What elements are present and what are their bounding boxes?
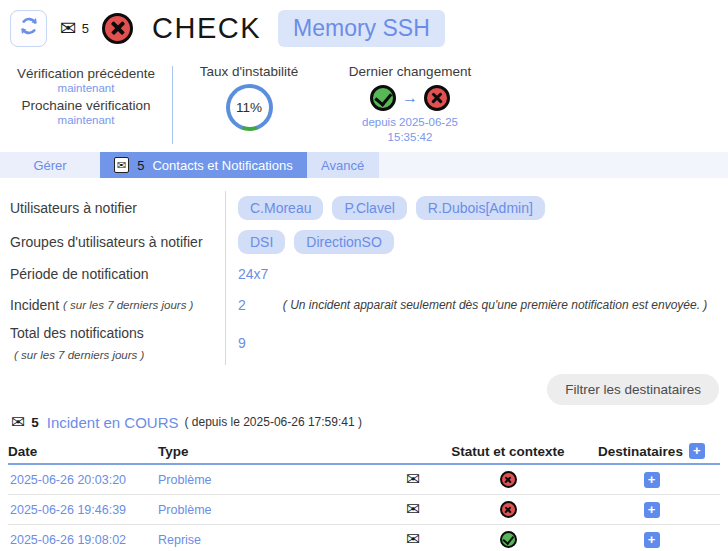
tab-badge: 5 (137, 158, 144, 173)
next-check-label: Prochaine vérification (21, 98, 150, 113)
last-change-column: Dernier changement → depuis 2025-06-25 1… (325, 64, 495, 152)
user-chip[interactable]: R.Dubois[Admin] (416, 196, 545, 220)
check-name-badge[interactable]: Memory SSH (278, 10, 445, 47)
incident-date[interactable]: 2025-06-26 20:03:20 (8, 473, 158, 487)
users-to-notify-chips: C.Moreau P.Clavel R.Dubois[Admin] (226, 196, 728, 220)
mail-icon: ✉ (11, 414, 25, 431)
tab-contacts-notifications[interactable]: ✉ 5 Contacts et Notifications (100, 152, 307, 178)
since-date: depuis 2025-06-25 (362, 115, 458, 130)
last-change-since: depuis 2025-06-25 15:35:42 (362, 115, 458, 145)
notification-settings: Utilisateurs à notifier C.Moreau P.Clave… (0, 178, 728, 365)
notification-period-value: 24x7 (238, 266, 268, 282)
add-recipient-icon[interactable]: + (689, 443, 705, 459)
stats-strip: Vérification précédente maintenant Proch… (0, 56, 728, 152)
incident-count-row: Incident ( sur les 7 derniers jours ) 2 … (0, 289, 728, 321)
total-notifications-value: 9 (238, 335, 246, 351)
incident-note: ( Un incident apparait seulement dès qu'… (283, 298, 708, 312)
incident-status-icon (500, 501, 517, 518)
notification-period-label: Période de notification (0, 259, 226, 289)
incident-status-icon (500, 471, 517, 488)
last-change-label: Dernier changement (349, 64, 471, 79)
instability-value: 11% (230, 88, 269, 127)
arrow-right-icon: → (402, 89, 418, 107)
incident-count-value: 2 (238, 297, 246, 313)
col-type: Type (158, 444, 393, 459)
incident-type[interactable]: Problème (158, 503, 393, 517)
incident-type[interactable]: Problème (158, 473, 393, 487)
incident-row: 2025-06-26 20:03:20 Problème ✉ + (8, 465, 720, 495)
filter-recipients-button[interactable]: Filtrer les destinataires (547, 374, 719, 405)
incident-section-header: ✉ 5 Incident en COURS ( depuis le 2025-0… (0, 409, 728, 435)
col-destinataires-label: Destinataires (598, 444, 683, 459)
tab-gerer[interactable]: Gérer (0, 152, 100, 178)
incident-title[interactable]: Incident en COURS (47, 414, 179, 431)
tab-bar: Gérer ✉ 5 Contacts et Notifications Avan… (0, 152, 728, 178)
ok-status-icon (370, 85, 396, 111)
refresh-button[interactable] (10, 10, 47, 47)
total-notifications-row: Total des notifications ( sur les 7 dern… (0, 321, 728, 365)
label-text: Incident (10, 295, 59, 315)
users-to-notify-row: Utilisateurs à notifier C.Moreau P.Clave… (0, 191, 728, 225)
col-status: Statut et contexte (451, 444, 564, 459)
next-check-value[interactable]: maintenant (58, 114, 115, 126)
check-status-error-icon (102, 13, 133, 44)
incident-row: 2025-06-26 19:46:39 Problème ✉ + (8, 495, 720, 525)
incident-date[interactable]: 2025-06-26 19:08:02 (8, 533, 158, 547)
last-change-icons: → (370, 85, 450, 111)
mail-icon: ✉ (114, 157, 129, 173)
users-to-notify-label: Utilisateurs à notifier (0, 191, 226, 225)
mail-icon[interactable]: ✉ (406, 499, 420, 520)
error-status-icon (424, 85, 450, 111)
tab-label: Contacts et Notifications (152, 158, 292, 173)
add-recipient-button[interactable]: + (644, 472, 660, 488)
user-chip[interactable]: C.Moreau (238, 196, 323, 220)
user-chip[interactable]: P.Clavel (332, 196, 406, 220)
refresh-icon (18, 15, 40, 41)
instability-column: Taux d'instabilité 11% (173, 64, 325, 152)
incident-count-label: Incident ( sur les 7 derniers jours ) (0, 289, 226, 321)
label-note: ( sur les 7 derniers jours ) (14, 347, 144, 364)
group-chip[interactable]: DirectionSO (294, 230, 393, 254)
since-time: 15:35:42 (362, 130, 458, 145)
group-chip[interactable]: DSI (238, 230, 285, 254)
instability-gauge: 11% (226, 84, 273, 131)
instability-label: Taux d'instabilité (200, 64, 299, 79)
groups-to-notify-row: Groupes d'utilisateurs à notifier DSI Di… (0, 225, 728, 259)
mail-count: 5 (82, 21, 89, 36)
incident-date[interactable]: 2025-06-26 19:46:39 (8, 503, 158, 517)
add-recipient-button[interactable]: + (644, 502, 660, 518)
col-date: Date (8, 444, 158, 459)
incident-table-header: Date Type Statut et contexte Destinatair… (8, 439, 720, 465)
mail-icon[interactable]: ✉ (406, 469, 420, 490)
filter-row: Filtrer les destinataires (0, 369, 728, 409)
page-title: CHECK (152, 12, 261, 45)
header-mail-group[interactable]: ✉ 5 (60, 18, 89, 38)
notification-period-row: Période de notification 24x7 (0, 259, 728, 289)
groups-to-notify-chips: DSI DirectionSO (226, 230, 728, 254)
label-note: ( sur les 7 derniers jours ) (63, 297, 193, 314)
incident-since: ( depuis le 2025-06-26 17:59:41 ) (185, 415, 362, 429)
tab-avance[interactable]: Avancé (307, 152, 379, 178)
incident-status-icon (500, 531, 517, 548)
total-notifications-label: Total des notifications ( sur les 7 dern… (0, 321, 226, 365)
groups-to-notify-label: Groupes d'utilisateurs à notifier (0, 225, 226, 259)
mail-icon[interactable]: ✉ (406, 529, 420, 550)
add-recipient-button[interactable]: + (644, 532, 660, 548)
incident-table: Date Type Statut et contexte Destinatair… (8, 439, 720, 551)
incident-type[interactable]: Reprise (158, 533, 393, 547)
col-destinataires: Destinataires + (598, 443, 705, 459)
incident-badge: 5 (31, 415, 39, 430)
previous-check-value[interactable]: maintenant (58, 82, 115, 94)
previous-check-label: Vérification précédente (17, 66, 155, 81)
verification-column: Vérification précédente maintenant Proch… (0, 64, 172, 152)
incident-row: 2025-06-26 19:08:02 Reprise ✉ + (8, 525, 720, 551)
label-text: Total des notifications (10, 323, 144, 343)
app-header: ✉ 5 CHECK Memory SSH (0, 0, 728, 56)
mail-icon: ✉ (60, 18, 77, 38)
